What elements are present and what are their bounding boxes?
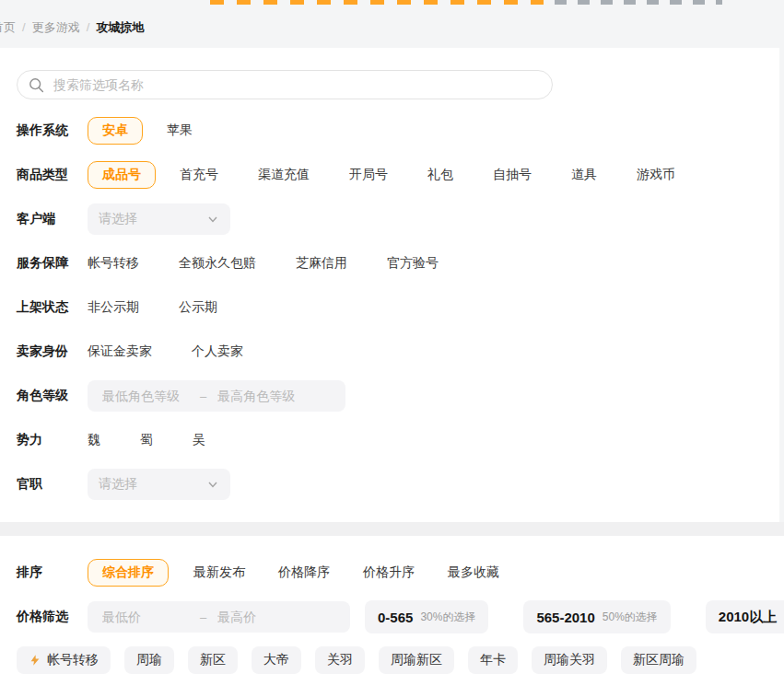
- sort-label: 排序: [17, 564, 88, 581]
- breadcrumb-separator: /: [87, 20, 90, 34]
- min-input[interactable]: [100, 388, 200, 404]
- filter-option[interactable]: 非公示期: [88, 299, 139, 316]
- price-filter-row: 价格筛选–0-56530%的选择565-201050%的选择2010以上20%的…: [0, 595, 784, 639]
- search-box[interactable]: [17, 70, 553, 99]
- filter-option[interactable]: 最新发布: [193, 564, 245, 581]
- filter-option[interactable]: 渠道充值: [258, 167, 310, 183]
- price-range-buttons: 0-56530%的选择565-201050%的选择2010以上20%的选择: [365, 600, 784, 633]
- lightning-icon: [29, 654, 41, 667]
- price-range-button[interactable]: 0-56530%的选择: [365, 600, 488, 633]
- filter-option[interactable]: 蜀: [140, 432, 153, 448]
- hot-tag[interactable]: 周瑜关羽: [532, 646, 607, 674]
- max-input[interactable]: [216, 609, 337, 625]
- hot-tag-label: 周瑜关羽: [544, 652, 595, 668]
- filter-option[interactable]: 官方验号: [387, 255, 439, 272]
- chevron-down-icon: [206, 213, 219, 226]
- price-range-share: 50%的选择: [603, 610, 658, 625]
- page: 首页/更多游戏/攻城掠地 操作系统安卓苹果商品类型成品号首充号渠道充值开局号礼包…: [0, 0, 784, 674]
- filter-label: 操作系统: [17, 122, 88, 139]
- client-select[interactable]: 请选择: [88, 203, 230, 235]
- hot-tag-label: 年卡: [480, 652, 506, 668]
- filter-option[interactable]: 价格升序: [363, 564, 415, 581]
- chevron-down-icon: [206, 478, 219, 491]
- clipped-top-text-orange: [210, 0, 544, 5]
- search-icon: [29, 77, 44, 93]
- filter-option[interactable]: 首充号: [180, 167, 218, 183]
- hot-tag-label: 关羽: [327, 652, 353, 668]
- filter-option-selected[interactable]: 安卓: [88, 117, 143, 145]
- filter-panel: 操作系统安卓苹果商品类型成品号首充号渠道充值开局号礼包自抽号道具游戏币客户端请选…: [0, 48, 779, 522]
- range-dash: –: [200, 389, 206, 403]
- hot-tag-row: 帐号转移周瑜新区大帝关羽周瑜新区年卡周瑜关羽新区周瑜: [0, 646, 784, 674]
- filter-option[interactable]: 开局号: [349, 167, 388, 183]
- select-placeholder: 请选择: [99, 211, 137, 227]
- filter-options: 帐号转移全额永久包赔芝麻信用官方验号: [88, 255, 478, 272]
- breadcrumb-item[interactable]: 更多游戏: [32, 20, 80, 34]
- filter-option[interactable]: 吴: [193, 432, 205, 448]
- search-input[interactable]: [52, 76, 552, 93]
- max-input[interactable]: [216, 388, 333, 404]
- price-range-input: –: [88, 601, 350, 633]
- filter-options: 安卓苹果: [88, 117, 232, 145]
- breadcrumb: 首页/更多游戏/攻城掠地: [0, 19, 144, 36]
- price-filter-label: 价格筛选: [17, 609, 88, 625]
- section-divider: [0, 522, 784, 536]
- filter-options: 保证金卖家个人卖家: [88, 343, 283, 360]
- filter-options: 请选择: [88, 469, 230, 500]
- price-range-button[interactable]: 2010以上20%的选择: [706, 600, 784, 633]
- hot-tag-label: 新区周瑜: [633, 652, 685, 668]
- filter-options: –: [88, 380, 345, 412]
- hot-tag[interactable]: 新区周瑜: [621, 646, 696, 674]
- select-placeholder: 请选择: [99, 476, 137, 493]
- filter-option[interactable]: 自抽号: [493, 167, 532, 183]
- filter-options: 非公示期公示期: [88, 299, 257, 316]
- filter-option[interactable]: 游戏币: [637, 167, 675, 183]
- price-range-value: 0-565: [378, 610, 413, 625]
- hot-tag[interactable]: 周瑜新区: [379, 646, 454, 674]
- filter-row: 官职请选择: [0, 462, 779, 506]
- top-bar: 首页/更多游戏/攻城掠地: [0, 0, 784, 48]
- price-range-value: 2010以上: [719, 609, 777, 626]
- filter-option[interactable]: 帐号转移: [88, 255, 139, 272]
- filter-option[interactable]: 芝麻信用: [296, 255, 347, 272]
- min-input[interactable]: [100, 609, 200, 625]
- filter-option[interactable]: 最多收藏: [448, 564, 499, 581]
- filter-label: 角色等级: [17, 388, 88, 404]
- hot-tag-label: 周瑜: [136, 652, 162, 668]
- breadcrumb-separator: /: [22, 20, 26, 34]
- filter-label: 卖家身份: [17, 343, 88, 360]
- rank-select[interactable]: 请选择: [88, 469, 230, 500]
- filter-option[interactable]: 礼包: [427, 167, 453, 183]
- hot-tag-label: 新区: [200, 652, 226, 668]
- filter-options: 成品号首充号渠道充值开局号礼包自抽号道具游戏币: [88, 161, 715, 189]
- sort-options: 综合排序最新发布价格降序价格升序最多收藏: [88, 559, 532, 587]
- breadcrumb-item[interactable]: 首页: [0, 20, 16, 34]
- filter-option[interactable]: 苹果: [167, 122, 193, 139]
- filter-option[interactable]: 全额永久包赔: [179, 255, 256, 272]
- price-range-share: 30%的选择: [420, 610, 475, 625]
- hot-tag[interactable]: 周瑜: [124, 646, 174, 674]
- filter-options: 请选择: [88, 203, 230, 235]
- filter-label: 势力: [17, 432, 88, 448]
- hot-tag[interactable]: 新区: [188, 646, 238, 674]
- filter-option[interactable]: 个人卖家: [192, 343, 243, 360]
- filter-option[interactable]: 魏: [88, 432, 100, 448]
- filter-label: 上架状态: [17, 299, 88, 316]
- hot-tag[interactable]: 大帝: [252, 646, 301, 674]
- hot-tag[interactable]: 关羽: [315, 646, 365, 674]
- filter-label: 官职: [17, 476, 88, 493]
- hot-tag[interactable]: 帐号转移: [17, 646, 111, 674]
- filter-option-selected[interactable]: 成品号: [88, 161, 156, 189]
- filter-option[interactable]: 公示期: [179, 299, 217, 316]
- filter-option-selected[interactable]: 综合排序: [88, 559, 169, 587]
- filter-option[interactable]: 保证金卖家: [88, 343, 152, 360]
- filter-label: 客户端: [17, 211, 88, 227]
- filter-options: 魏蜀吴: [88, 432, 245, 448]
- filter-option[interactable]: 价格降序: [278, 564, 330, 581]
- filter-row: 客户端请选择: [0, 197, 779, 241]
- filter-label: 商品类型: [17, 167, 88, 183]
- filter-option[interactable]: 道具: [571, 167, 597, 183]
- hot-tag[interactable]: 年卡: [468, 646, 518, 674]
- price-range-button[interactable]: 565-201050%的选择: [523, 600, 670, 633]
- hot-tag-label: 帐号转移: [47, 652, 99, 668]
